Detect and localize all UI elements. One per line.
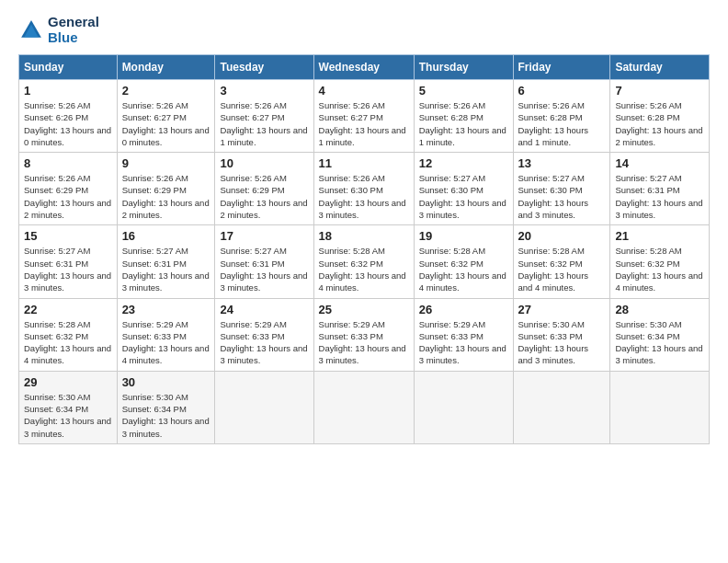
day-info: Sunrise: 5:28 AM Sunset: 6:32 PM Dayligh… [615, 245, 704, 293]
calendar-cell [313, 371, 414, 443]
day-info: Sunrise: 5:26 AM Sunset: 6:27 PM Dayligh… [122, 99, 210, 148]
header: General Blue [18, 15, 710, 45]
calendar-cell [414, 371, 513, 443]
calendar-cell: 11 Sunrise: 5:26 AM Sunset: 6:30 PM Dayl… [313, 153, 414, 225]
logo-icon [18, 17, 44, 43]
calendar-cell: 4 Sunrise: 5:26 AM Sunset: 6:27 PM Dayli… [313, 80, 414, 153]
logo: General Blue [18, 15, 99, 45]
day-number: 20 [518, 229, 606, 243]
day-number: 14 [615, 156, 704, 170]
day-number: 28 [615, 303, 704, 316]
day-info: Sunrise: 5:27 AM Sunset: 6:31 PM Dayligh… [615, 172, 704, 221]
day-info: Sunrise: 5:30 AM Sunset: 6:33 PM Dayligh… [518, 318, 606, 367]
calendar-cell: 3 Sunrise: 5:26 AM Sunset: 6:27 PM Dayli… [215, 80, 313, 153]
day-info: Sunrise: 5:27 AM Sunset: 6:31 PM Dayligh… [122, 245, 210, 293]
day-info: Sunrise: 5:28 AM Sunset: 6:32 PM Dayligh… [518, 245, 606, 293]
calendar-cell: 13 Sunrise: 5:27 AM Sunset: 6:30 PM Dayl… [513, 153, 610, 225]
col-header-thursday: Thursday [414, 55, 513, 80]
day-info: Sunrise: 5:26 AM Sunset: 6:28 PM Dayligh… [615, 99, 704, 148]
col-header-tuesday: Tuesday [215, 55, 313, 80]
day-number: 29 [24, 375, 112, 389]
calendar-cell: 12 Sunrise: 5:27 AM Sunset: 6:30 PM Dayl… [414, 153, 513, 225]
calendar-cell: 9 Sunrise: 5:26 AM Sunset: 6:29 PM Dayli… [117, 153, 215, 225]
calendar-week-row: 22 Sunrise: 5:28 AM Sunset: 6:32 PM Dayl… [19, 298, 710, 371]
day-info: Sunrise: 5:30 AM Sunset: 6:34 PM Dayligh… [24, 391, 112, 440]
calendar-cell [513, 371, 610, 443]
day-number: 30 [122, 375, 210, 389]
calendar-cell: 2 Sunrise: 5:26 AM Sunset: 6:27 PM Dayli… [117, 80, 215, 153]
calendar-cell: 30 Sunrise: 5:30 AM Sunset: 6:34 PM Dayl… [117, 371, 215, 443]
calendar-table: SundayMondayTuesdayWednesdayThursdayFrid… [18, 54, 710, 444]
day-number: 27 [518, 303, 606, 316]
calendar-cell: 15 Sunrise: 5:27 AM Sunset: 6:31 PM Dayl… [19, 225, 118, 298]
calendar-cell: 28 Sunrise: 5:30 AM Sunset: 6:34 PM Dayl… [610, 298, 710, 371]
col-header-monday: Monday [117, 55, 215, 80]
calendar-week-row: 1 Sunrise: 5:26 AM Sunset: 6:26 PM Dayli… [19, 80, 710, 153]
calendar-week-row: 15 Sunrise: 5:27 AM Sunset: 6:31 PM Dayl… [19, 225, 710, 298]
calendar-week-row: 29 Sunrise: 5:30 AM Sunset: 6:34 PM Dayl… [19, 371, 710, 443]
calendar-cell: 7 Sunrise: 5:26 AM Sunset: 6:28 PM Dayli… [610, 80, 710, 153]
calendar-cell: 19 Sunrise: 5:28 AM Sunset: 6:32 PM Dayl… [414, 225, 513, 298]
calendar-cell: 22 Sunrise: 5:28 AM Sunset: 6:32 PM Dayl… [19, 298, 118, 371]
day-info: Sunrise: 5:26 AM Sunset: 6:26 PM Dayligh… [24, 99, 112, 148]
calendar-cell: 17 Sunrise: 5:27 AM Sunset: 6:31 PM Dayl… [215, 225, 313, 298]
day-number: 4 [319, 84, 409, 98]
day-info: Sunrise: 5:26 AM Sunset: 6:27 PM Dayligh… [319, 99, 409, 148]
day-number: 16 [122, 229, 210, 243]
day-info: Sunrise: 5:29 AM Sunset: 6:33 PM Dayligh… [319, 318, 409, 367]
calendar-cell [215, 371, 313, 443]
col-header-sunday: Sunday [19, 55, 118, 80]
day-info: Sunrise: 5:26 AM Sunset: 6:30 PM Dayligh… [319, 172, 409, 221]
day-number: 26 [419, 303, 508, 316]
day-number: 18 [319, 229, 409, 243]
day-number: 9 [122, 156, 210, 170]
day-number: 2 [122, 84, 210, 98]
day-info: Sunrise: 5:27 AM Sunset: 6:31 PM Dayligh… [220, 245, 308, 293]
calendar-cell: 6 Sunrise: 5:26 AM Sunset: 6:28 PM Dayli… [513, 80, 610, 153]
day-info: Sunrise: 5:26 AM Sunset: 6:29 PM Dayligh… [220, 172, 308, 221]
day-number: 21 [615, 229, 704, 243]
calendar-cell: 29 Sunrise: 5:30 AM Sunset: 6:34 PM Dayl… [19, 371, 118, 443]
day-info: Sunrise: 5:26 AM Sunset: 6:29 PM Dayligh… [24, 172, 112, 221]
col-header-saturday: Saturday [610, 55, 710, 80]
day-info: Sunrise: 5:28 AM Sunset: 6:32 PM Dayligh… [319, 245, 409, 293]
calendar-cell: 24 Sunrise: 5:29 AM Sunset: 6:33 PM Dayl… [215, 298, 313, 371]
day-info: Sunrise: 5:27 AM Sunset: 6:30 PM Dayligh… [419, 172, 508, 221]
day-info: Sunrise: 5:29 AM Sunset: 6:33 PM Dayligh… [122, 318, 210, 367]
day-number: 7 [615, 84, 704, 98]
calendar-cell: 21 Sunrise: 5:28 AM Sunset: 6:32 PM Dayl… [610, 225, 710, 298]
day-number: 19 [419, 229, 508, 243]
day-number: 10 [220, 156, 308, 170]
col-header-friday: Friday [513, 55, 610, 80]
day-number: 1 [24, 84, 112, 98]
day-info: Sunrise: 5:28 AM Sunset: 6:32 PM Dayligh… [419, 245, 508, 293]
calendar-week-row: 8 Sunrise: 5:26 AM Sunset: 6:29 PM Dayli… [19, 153, 710, 225]
day-number: 23 [122, 303, 210, 316]
calendar-cell: 5 Sunrise: 5:26 AM Sunset: 6:28 PM Dayli… [414, 80, 513, 153]
calendar-cell: 25 Sunrise: 5:29 AM Sunset: 6:33 PM Dayl… [313, 298, 414, 371]
calendar-cell: 1 Sunrise: 5:26 AM Sunset: 6:26 PM Dayli… [19, 80, 118, 153]
calendar-cell: 10 Sunrise: 5:26 AM Sunset: 6:29 PM Dayl… [215, 153, 313, 225]
day-number: 25 [319, 303, 409, 316]
calendar-cell [610, 371, 710, 443]
calendar-cell: 20 Sunrise: 5:28 AM Sunset: 6:32 PM Dayl… [513, 225, 610, 298]
day-number: 12 [419, 156, 508, 170]
day-number: 15 [24, 229, 112, 243]
calendar-cell: 23 Sunrise: 5:29 AM Sunset: 6:33 PM Dayl… [117, 298, 215, 371]
day-info: Sunrise: 5:27 AM Sunset: 6:31 PM Dayligh… [24, 245, 112, 293]
day-info: Sunrise: 5:30 AM Sunset: 6:34 PM Dayligh… [122, 391, 210, 440]
day-info: Sunrise: 5:29 AM Sunset: 6:33 PM Dayligh… [419, 318, 508, 367]
day-number: 24 [220, 303, 308, 316]
day-number: 13 [518, 156, 606, 170]
day-number: 5 [419, 84, 508, 98]
day-info: Sunrise: 5:26 AM Sunset: 6:29 PM Dayligh… [122, 172, 210, 221]
day-info: Sunrise: 5:29 AM Sunset: 6:33 PM Dayligh… [220, 318, 308, 367]
day-info: Sunrise: 5:27 AM Sunset: 6:30 PM Dayligh… [518, 172, 606, 221]
day-number: 11 [319, 156, 409, 170]
col-header-wednesday: Wednesday [313, 55, 414, 80]
calendar-cell: 27 Sunrise: 5:30 AM Sunset: 6:33 PM Dayl… [513, 298, 610, 371]
day-number: 3 [220, 84, 308, 98]
calendar-cell: 14 Sunrise: 5:27 AM Sunset: 6:31 PM Dayl… [610, 153, 710, 225]
day-info: Sunrise: 5:28 AM Sunset: 6:32 PM Dayligh… [24, 318, 112, 367]
logo-text: General Blue [48, 15, 99, 45]
